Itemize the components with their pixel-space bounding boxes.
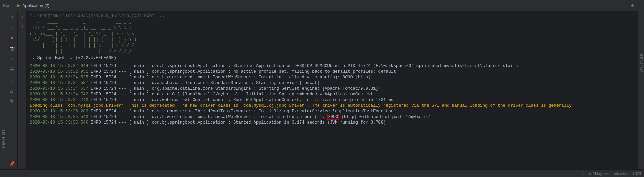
log-line-6: 2020-03-18 15:53:34.742 INFO 15724 --- […	[30, 92, 635, 97]
thread-9: main	[134, 114, 144, 119]
port-number: 8090	[327, 114, 339, 120]
ts-7: 2020-03-18 15:53:34.742	[30, 98, 88, 102]
thread-1: main	[134, 64, 144, 69]
logger-7: o.s.web.context.ContextLoader	[152, 98, 228, 102]
sep-9: ]	[147, 114, 152, 119]
ts-5: 2020-03-18 15:53:34.537	[30, 86, 88, 91]
thread-6: main	[134, 92, 144, 97]
logger-6: o.a.c.c.C.[.[localhost].[/mybatis]	[152, 92, 241, 97]
lvl-5: INFO 15724 --- [	[91, 86, 131, 91]
mini-down-icon[interactable]: ⬇	[19, 23, 25, 30]
thread-10: main	[134, 120, 144, 125]
logger-3: o.s.b.w.embedded.tomcat.TomcatWebServer	[152, 75, 254, 80]
ts-1: 2020-03-18 15:53:32.944	[30, 64, 88, 69]
sidebar-pin-icon[interactable]: 📌	[8, 160, 16, 168]
lvl-2: INFO 15724 --- [	[91, 69, 131, 74]
sep-1: ]	[147, 64, 152, 69]
sidebar-print-icon[interactable]: 🖨	[8, 87, 16, 95]
application-tab[interactable]: ▶ Application (2) ✕	[14, 2, 58, 10]
logger-9: o.s.b.w.embedded.tomcat.TomcatWebServer	[152, 114, 254, 119]
logger-1: com.bj.springboot.Application	[152, 64, 228, 69]
log-line-9: 2020-03-18 15:53:35.543 INFO 15724 --- […	[30, 114, 635, 120]
sidebar-delete-icon[interactable]: 🗑	[8, 98, 16, 105]
sep-7: ]	[147, 98, 152, 102]
lvl-6: INFO 15724 --- [	[91, 92, 131, 97]
main-layout: Favorites ↺ ↓ ■ 📷 ⬆ ☰ ❐ 🖨 🗑 📌 ⬆ ⬇ "C:\Pr…	[0, 11, 644, 169]
msg-10: : Started Application in 3.174 seconds (…	[228, 120, 386, 125]
sidebar-upload-icon[interactable]: ⬆	[8, 55, 16, 63]
msg-3: : Tomcat initialized with port(s): 8090 …	[254, 75, 371, 80]
tab-area: ▶ Application (2) ✕	[14, 2, 631, 10]
lvl-9: INFO 15724 --- [	[91, 114, 131, 119]
msg-2: : No active profile set, falling back to…	[228, 69, 396, 74]
log-line-10: 2020-03-18 15:53:35.546 INFO 15724 --- […	[30, 120, 635, 125]
log-line-3: 2020-03-18 15:53:34.525 INFO 15724 --- […	[30, 75, 635, 80]
thread-3: main	[134, 75, 144, 80]
top-bar: Run: ▶ Application (2) ✕ ⚙ —	[0, 0, 644, 11]
ts-4: 2020-03-18 15:53:34.537	[30, 81, 88, 85]
spring-version: :: Spring Boot :: (v2.2.5.RELEASE)	[30, 55, 635, 61]
sidebar-down-icon[interactable]: ↓	[8, 23, 16, 31]
sep-2: ]	[147, 69, 152, 74]
structure-label[interactable]: Structure	[639, 54, 643, 73]
logger-8: o.s.s.concurrent.ThreadPoolTaskExecutor	[152, 109, 254, 114]
thread-5: main	[134, 86, 144, 91]
msg-4: : Starting service [Tomcat]	[251, 81, 320, 85]
settings-icon[interactable]: ⚙	[631, 2, 634, 8]
sidebar-copy-icon[interactable]: ❐	[8, 76, 16, 84]
log-line-2: 2020-03-18 15:53:32.951 INFO 15724 --- […	[30, 69, 635, 75]
log-line-1: 2020-03-18 15:53:32.944 INFO 15724 --- […	[30, 63, 635, 69]
log-line-8: 2020-03-18 15:53:35.283 INFO 15724 --- […	[30, 108, 635, 114]
sep-3: ]	[147, 75, 152, 80]
sep-6: ]	[147, 92, 152, 97]
msg-9-post: (http) with context path '/mybatis'	[339, 114, 430, 119]
ts-6: 2020-03-18 15:53:34.742	[30, 92, 88, 97]
spring-banner: . ____ _ __ _ _ /\\ / ___'_ __ _ _(_)_ _…	[30, 19, 635, 55]
lvl-1: INFO 15724 --- [	[91, 64, 131, 69]
app-run-icon: ▶	[17, 3, 20, 8]
msg-6: : Initializing Spring embedded WebApplic…	[241, 92, 373, 97]
warning-text: Loading class `com.mysql.jdbc.Driver'. T…	[30, 103, 572, 108]
msg-8: : Initializing ExecutorService 'applicat…	[254, 109, 396, 114]
ts-8: 2020-03-18 15:53:35.283	[30, 109, 88, 114]
status-url: https://blog.csdn.net/xiaomin1328	[583, 171, 641, 176]
lvl-7: INFO 15724 --- [	[91, 98, 131, 102]
favorites-label[interactable]: Favorites	[1, 129, 5, 148]
tab-close-icon[interactable]: ✕	[52, 4, 54, 7]
logger-4: o.apache.catalina.core.StandardService	[152, 81, 251, 85]
sidebar-stop-icon[interactable]: ■	[8, 34, 16, 42]
thread-7: main	[134, 98, 144, 102]
lvl-10: INFO 15724 --- [	[91, 120, 131, 125]
ts-2: 2020-03-18 15:53:32.951	[30, 69, 88, 74]
console-output: "C:\Program Files\Java\jdk1.8.0_192\bin\…	[27, 11, 638, 169]
command-line: "C:\Program Files\Java\jdk1.8.0_192\bin\…	[30, 13, 635, 19]
sidebar-rerun-icon[interactable]: ↺	[8, 13, 16, 20]
thread-2: main	[134, 69, 144, 74]
msg-5: : Starting Servlet engine: [Apache Tomca…	[254, 86, 378, 91]
sidebar-sort-icon[interactable]: ☰	[8, 66, 16, 73]
msg-7: : Root WebApplicationContext: initializa…	[228, 98, 394, 102]
status-bar: https://blog.csdn.net/xiaomin1328	[0, 169, 644, 177]
minimize-icon[interactable]: —	[638, 3, 641, 8]
structure-panel: Structure	[638, 11, 644, 169]
lvl-8: INFO 15724 --- [	[91, 109, 131, 114]
sidebar-camera-icon[interactable]: 📷	[8, 45, 16, 52]
lvl-4: INFO 15724 --- [	[91, 81, 131, 85]
log-line-4: 2020-03-18 15:53:34.537 INFO 15724 --- […	[30, 80, 635, 86]
thread-4: main	[134, 81, 144, 85]
tab-label: Application (2)	[22, 3, 49, 8]
ts-9: 2020-03-18 15:53:35.543	[30, 114, 88, 119]
logger-10: com.bj.springboot.Application	[152, 120, 228, 125]
msg-9-pre: : Tomcat started on port(s):	[254, 114, 327, 119]
mini-up-icon[interactable]: ⬆	[19, 13, 25, 20]
mini-toolbar: ⬆ ⬇	[18, 11, 27, 169]
logger-5: org.apache.catalina.core.StandardEngine	[152, 86, 254, 91]
top-right-icons: ⚙ —	[631, 2, 641, 8]
console-area: ⬆ ⬇ "C:\Program Files\Java\jdk1.8.0_192\…	[18, 11, 638, 169]
log-line-5: 2020-03-18 15:53:34.537 INFO 15724 --- […	[30, 86, 635, 92]
sep-4: ]	[147, 81, 152, 85]
ts-10: 2020-03-18 15:53:35.546	[30, 120, 88, 125]
sep-5: ]	[147, 86, 152, 91]
log-line-7: 2020-03-18 15:53:34.742 INFO 15724 --- […	[30, 97, 635, 103]
sep-10: ]	[147, 120, 152, 125]
